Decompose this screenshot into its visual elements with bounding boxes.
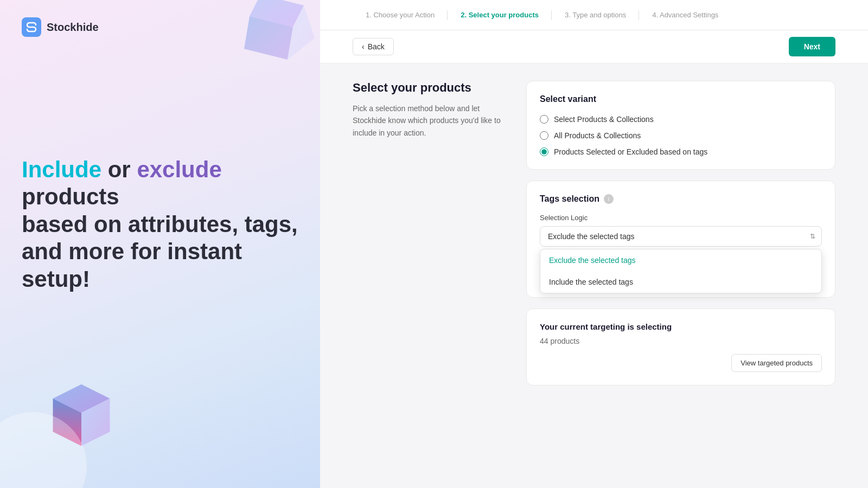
next-button[interactable]: Next xyxy=(789,37,835,56)
tags-selection-title: Tags selection xyxy=(540,194,599,204)
info-icon[interactable]: i xyxy=(604,194,614,204)
selection-logic-label: Selection Logic xyxy=(540,214,822,222)
hero-line2: based on attributes, tags, xyxy=(22,211,298,237)
dropdown-menu: Exclude the selected tags Include the se… xyxy=(540,249,822,293)
content-right: Select variant Select Products & Collect… xyxy=(526,81,835,471)
logo-icon xyxy=(22,17,41,37)
radio-label-collections: Select Products & Collections xyxy=(554,115,654,124)
steps-header: 1. Choose your Action 2. Select your pro… xyxy=(320,0,868,30)
hero-text: Include or exclude products based on att… xyxy=(22,156,298,293)
action-bar: ‹ Back Next xyxy=(320,30,868,63)
dropdown-item-include[interactable]: Include the selected tags xyxy=(540,271,821,293)
hero-line3: and more for instant setup! xyxy=(22,239,242,291)
back-button[interactable]: ‹ Back xyxy=(353,38,394,55)
step-4[interactable]: 4. Advanced Settings xyxy=(639,11,731,19)
page-title: Select your products xyxy=(353,81,505,95)
hero-products: products xyxy=(22,184,119,209)
main-content: Select your products Pick a selection me… xyxy=(320,63,868,488)
step-1[interactable]: 1. Choose your Action xyxy=(353,11,448,19)
targeting-title: Your current targeting is selecting xyxy=(540,322,822,331)
back-chevron-icon: ‹ xyxy=(362,42,365,51)
product-count: 44 products xyxy=(540,337,822,345)
radio-collections[interactable] xyxy=(540,115,548,124)
left-panel: Stockhide Include or exclude product xyxy=(0,0,320,488)
radio-item-all[interactable]: All Products & Collections xyxy=(540,131,822,140)
radio-item-collections[interactable]: Select Products & Collections xyxy=(540,115,822,124)
select-variant-card: Select variant Select Products & Collect… xyxy=(526,81,835,170)
exclude-word: exclude xyxy=(137,157,221,182)
select-variant-title: Select variant xyxy=(540,94,822,104)
right-panel: 1. Choose your Action 2. Select your pro… xyxy=(320,0,868,488)
radio-item-tags[interactable]: Products Selected or Excluded based on t… xyxy=(540,147,822,156)
selection-logic-wrapper: Exclude the selected tags Include the se… xyxy=(540,226,822,247)
radio-tags[interactable] xyxy=(540,147,548,156)
include-word: Include xyxy=(22,157,101,182)
cube-top-right-decoration xyxy=(228,0,320,76)
radio-label-tags: Products Selected or Excluded based on t… xyxy=(554,147,707,156)
hero-or-text: or xyxy=(101,157,137,182)
page-description: Pick a selection method below and let St… xyxy=(353,102,505,139)
radio-all[interactable] xyxy=(540,131,548,140)
targeting-card: Your current targeting is selecting 44 p… xyxy=(526,309,835,386)
tags-card-title-row: Tags selection i xyxy=(540,194,822,204)
step-2[interactable]: 2. Select your products xyxy=(448,11,552,19)
step-3[interactable]: 3. Type and options xyxy=(552,11,639,19)
logo-text: Stockhide xyxy=(47,21,99,34)
radio-label-all: All Products & Collections xyxy=(554,131,641,140)
selection-logic-select[interactable]: Exclude the selected tags Include the se… xyxy=(540,226,822,247)
view-targeted-button[interactable]: View targeted products xyxy=(731,354,822,372)
dropdown-item-exclude[interactable]: Exclude the selected tags xyxy=(540,249,821,271)
content-left: Select your products Pick a selection me… xyxy=(353,81,505,471)
tags-selection-card: Tags selection i Selection Logic Exclude… xyxy=(526,181,835,298)
variant-radio-group: Select Products & Collections All Produc… xyxy=(540,115,822,156)
